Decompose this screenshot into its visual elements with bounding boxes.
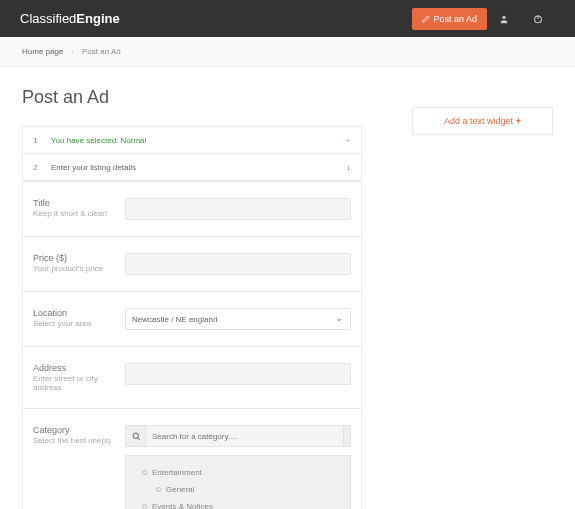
page-title: Post an Ad xyxy=(22,87,362,108)
arrow-down-icon: ↓ xyxy=(347,162,352,172)
add-widget-button[interactable]: Add a text widget + xyxy=(412,107,553,135)
brand-logo[interactable]: ClassifiedEngine xyxy=(20,11,120,26)
address-hint: Enter street or city address xyxy=(33,374,115,392)
brand-part1: Classified xyxy=(20,11,76,26)
step-2-num: 2 xyxy=(33,163,51,172)
address-input[interactable] xyxy=(125,363,351,385)
field-price: Price ($) Your product's price xyxy=(23,237,361,292)
field-category: Category Select the best one(s) Entertai… xyxy=(23,409,361,509)
step-list: 1 You have selected: Normal → 2 Enter yo… xyxy=(22,126,362,182)
step-2[interactable]: 2 Enter your listing details ↓ xyxy=(23,154,361,181)
field-title: Title Keep it short & clear! xyxy=(23,182,361,237)
cat-label: Events & Notices xyxy=(152,502,213,509)
category-search-input[interactable] xyxy=(145,425,344,447)
step-1-label: You have selected: Normal xyxy=(51,136,342,145)
category-item-events[interactable]: Events & Notices xyxy=(134,498,342,509)
radio-icon xyxy=(142,504,147,509)
category-item-entertainment[interactable]: Entertainment xyxy=(134,464,342,481)
user-button[interactable] xyxy=(487,13,521,24)
location-label: Location xyxy=(33,308,115,318)
form-column: Post an Ad 1 You have selected: Normal →… xyxy=(22,87,362,509)
power-button[interactable] xyxy=(521,13,555,24)
chevron-right-icon: › xyxy=(71,47,74,56)
breadcrumb-current: Post an Ad xyxy=(82,47,121,56)
sidebar-column: Add a text widget + xyxy=(412,87,553,509)
address-label: Address xyxy=(33,363,115,373)
radio-icon xyxy=(156,487,161,492)
brand-part2: Engine xyxy=(76,11,119,26)
field-address: Address Enter street or city address xyxy=(23,347,361,409)
field-location: Location Select your area Newcastle / NE… xyxy=(23,292,361,347)
title-hint: Keep it short & clear! xyxy=(33,209,115,218)
category-search-wrap xyxy=(125,425,351,447)
edit-icon xyxy=(422,15,430,23)
cat-label: General xyxy=(166,485,194,494)
location-hint: Select your area xyxy=(33,319,115,328)
plus-icon: + xyxy=(516,116,521,126)
add-widget-label: Add a text widget xyxy=(444,116,513,126)
power-icon xyxy=(533,14,543,24)
main-content: Post an Ad 1 You have selected: Normal →… xyxy=(0,67,575,509)
search-icon xyxy=(132,431,141,442)
svg-point-3 xyxy=(133,433,138,438)
nav-right: Post an Ad xyxy=(412,8,555,30)
breadcrumb-home[interactable]: Home page xyxy=(22,47,63,56)
step-1-num: 1 xyxy=(33,136,51,145)
navbar: ClassifiedEngine Post an Ad xyxy=(0,0,575,37)
price-hint: Your product's price xyxy=(33,264,115,273)
title-label: Title xyxy=(33,198,115,208)
arrow-right-icon: → xyxy=(342,135,351,145)
location-select[interactable]: Newcastle / NE england xyxy=(125,308,351,330)
category-item-general[interactable]: General xyxy=(134,481,342,498)
category-label: Category xyxy=(33,425,115,435)
cat-label: Entertainment xyxy=(152,468,202,477)
breadcrumb: Home page › Post an Ad xyxy=(0,37,575,67)
step-1[interactable]: 1 You have selected: Normal → xyxy=(23,127,361,154)
radio-icon xyxy=(142,470,147,475)
title-input[interactable] xyxy=(125,198,351,220)
user-icon xyxy=(499,14,509,24)
category-hint: Select the best one(s) xyxy=(33,436,115,445)
price-input[interactable] xyxy=(125,253,351,275)
svg-point-0 xyxy=(502,16,505,19)
svg-line-4 xyxy=(138,438,140,440)
post-ad-button[interactable]: Post an Ad xyxy=(412,8,487,30)
form-area: Title Keep it short & clear! Price ($) Y… xyxy=(22,182,362,509)
price-label: Price ($) xyxy=(33,253,115,263)
post-ad-label: Post an Ad xyxy=(433,14,477,24)
category-list: Entertainment General Events & Notices xyxy=(125,455,351,509)
step-2-label: Enter your listing details xyxy=(51,163,347,172)
